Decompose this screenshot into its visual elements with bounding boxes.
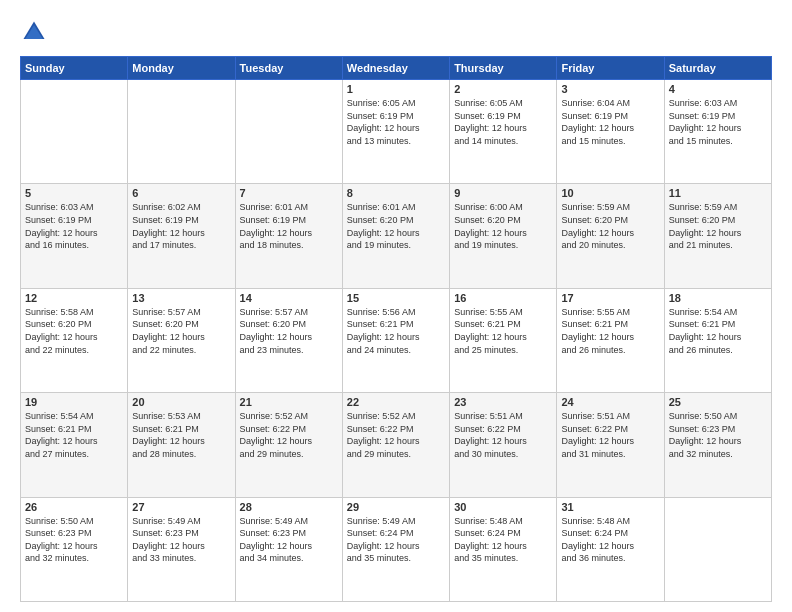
day-number: 19 (25, 396, 123, 408)
calendar-cell: 15Sunrise: 5:56 AM Sunset: 6:21 PM Dayli… (342, 288, 449, 392)
calendar-cell (21, 80, 128, 184)
day-number: 15 (347, 292, 445, 304)
day-number: 25 (669, 396, 767, 408)
page: SundayMondayTuesdayWednesdayThursdayFrid… (0, 0, 792, 612)
day-info: Sunrise: 5:59 AM Sunset: 6:20 PM Dayligh… (669, 201, 767, 251)
calendar-cell: 10Sunrise: 5:59 AM Sunset: 6:20 PM Dayli… (557, 184, 664, 288)
day-number: 6 (132, 187, 230, 199)
day-number: 10 (561, 187, 659, 199)
day-number: 4 (669, 83, 767, 95)
day-info: Sunrise: 6:00 AM Sunset: 6:20 PM Dayligh… (454, 201, 552, 251)
day-info: Sunrise: 6:05 AM Sunset: 6:19 PM Dayligh… (347, 97, 445, 147)
day-info: Sunrise: 5:49 AM Sunset: 6:23 PM Dayligh… (240, 515, 338, 565)
day-number: 18 (669, 292, 767, 304)
day-info: Sunrise: 5:49 AM Sunset: 6:24 PM Dayligh… (347, 515, 445, 565)
day-number: 29 (347, 501, 445, 513)
day-info: Sunrise: 6:03 AM Sunset: 6:19 PM Dayligh… (25, 201, 123, 251)
calendar-cell: 31Sunrise: 5:48 AM Sunset: 6:24 PM Dayli… (557, 497, 664, 601)
weekday-header-row: SundayMondayTuesdayWednesdayThursdayFrid… (21, 57, 772, 80)
day-info: Sunrise: 5:52 AM Sunset: 6:22 PM Dayligh… (347, 410, 445, 460)
day-info: Sunrise: 5:51 AM Sunset: 6:22 PM Dayligh… (561, 410, 659, 460)
day-number: 23 (454, 396, 552, 408)
calendar-cell: 23Sunrise: 5:51 AM Sunset: 6:22 PM Dayli… (450, 393, 557, 497)
calendar-cell: 30Sunrise: 5:48 AM Sunset: 6:24 PM Dayli… (450, 497, 557, 601)
day-info: Sunrise: 5:59 AM Sunset: 6:20 PM Dayligh… (561, 201, 659, 251)
calendar-cell: 2Sunrise: 6:05 AM Sunset: 6:19 PM Daylig… (450, 80, 557, 184)
weekday-header-saturday: Saturday (664, 57, 771, 80)
day-number: 12 (25, 292, 123, 304)
day-number: 11 (669, 187, 767, 199)
weekday-header-thursday: Thursday (450, 57, 557, 80)
calendar-cell: 4Sunrise: 6:03 AM Sunset: 6:19 PM Daylig… (664, 80, 771, 184)
calendar-cell (664, 497, 771, 601)
week-row-5: 26Sunrise: 5:50 AM Sunset: 6:23 PM Dayli… (21, 497, 772, 601)
calendar-cell: 28Sunrise: 5:49 AM Sunset: 6:23 PM Dayli… (235, 497, 342, 601)
day-number: 16 (454, 292, 552, 304)
day-number: 2 (454, 83, 552, 95)
day-info: Sunrise: 6:01 AM Sunset: 6:20 PM Dayligh… (347, 201, 445, 251)
calendar-cell: 7Sunrise: 6:01 AM Sunset: 6:19 PM Daylig… (235, 184, 342, 288)
calendar-cell: 21Sunrise: 5:52 AM Sunset: 6:22 PM Dayli… (235, 393, 342, 497)
calendar-cell: 14Sunrise: 5:57 AM Sunset: 6:20 PM Dayli… (235, 288, 342, 392)
calendar-cell: 22Sunrise: 5:52 AM Sunset: 6:22 PM Dayli… (342, 393, 449, 497)
day-number: 7 (240, 187, 338, 199)
day-number: 8 (347, 187, 445, 199)
calendar-cell: 20Sunrise: 5:53 AM Sunset: 6:21 PM Dayli… (128, 393, 235, 497)
day-number: 3 (561, 83, 659, 95)
calendar-cell: 29Sunrise: 5:49 AM Sunset: 6:24 PM Dayli… (342, 497, 449, 601)
day-info: Sunrise: 5:51 AM Sunset: 6:22 PM Dayligh… (454, 410, 552, 460)
day-number: 24 (561, 396, 659, 408)
day-info: Sunrise: 6:05 AM Sunset: 6:19 PM Dayligh… (454, 97, 552, 147)
calendar-cell: 5Sunrise: 6:03 AM Sunset: 6:19 PM Daylig… (21, 184, 128, 288)
logo (20, 18, 52, 46)
day-info: Sunrise: 6:02 AM Sunset: 6:19 PM Dayligh… (132, 201, 230, 251)
weekday-header-sunday: Sunday (21, 57, 128, 80)
calendar-cell: 11Sunrise: 5:59 AM Sunset: 6:20 PM Dayli… (664, 184, 771, 288)
day-info: Sunrise: 5:52 AM Sunset: 6:22 PM Dayligh… (240, 410, 338, 460)
day-number: 9 (454, 187, 552, 199)
weekday-header-friday: Friday (557, 57, 664, 80)
weekday-header-monday: Monday (128, 57, 235, 80)
day-info: Sunrise: 5:48 AM Sunset: 6:24 PM Dayligh… (561, 515, 659, 565)
day-number: 14 (240, 292, 338, 304)
calendar-cell: 24Sunrise: 5:51 AM Sunset: 6:22 PM Dayli… (557, 393, 664, 497)
calendar-cell (128, 80, 235, 184)
day-number: 26 (25, 501, 123, 513)
day-info: Sunrise: 5:53 AM Sunset: 6:21 PM Dayligh… (132, 410, 230, 460)
calendar-cell: 1Sunrise: 6:05 AM Sunset: 6:19 PM Daylig… (342, 80, 449, 184)
day-number: 21 (240, 396, 338, 408)
calendar-cell: 16Sunrise: 5:55 AM Sunset: 6:21 PM Dayli… (450, 288, 557, 392)
header (20, 18, 772, 46)
day-number: 30 (454, 501, 552, 513)
week-row-4: 19Sunrise: 5:54 AM Sunset: 6:21 PM Dayli… (21, 393, 772, 497)
calendar-cell: 17Sunrise: 5:55 AM Sunset: 6:21 PM Dayli… (557, 288, 664, 392)
day-info: Sunrise: 5:56 AM Sunset: 6:21 PM Dayligh… (347, 306, 445, 356)
week-row-3: 12Sunrise: 5:58 AM Sunset: 6:20 PM Dayli… (21, 288, 772, 392)
calendar-cell: 25Sunrise: 5:50 AM Sunset: 6:23 PM Dayli… (664, 393, 771, 497)
day-info: Sunrise: 5:57 AM Sunset: 6:20 PM Dayligh… (132, 306, 230, 356)
calendar: SundayMondayTuesdayWednesdayThursdayFrid… (20, 56, 772, 602)
day-info: Sunrise: 6:01 AM Sunset: 6:19 PM Dayligh… (240, 201, 338, 251)
day-number: 17 (561, 292, 659, 304)
day-number: 13 (132, 292, 230, 304)
weekday-header-tuesday: Tuesday (235, 57, 342, 80)
day-info: Sunrise: 5:57 AM Sunset: 6:20 PM Dayligh… (240, 306, 338, 356)
calendar-cell: 27Sunrise: 5:49 AM Sunset: 6:23 PM Dayli… (128, 497, 235, 601)
day-info: Sunrise: 5:50 AM Sunset: 6:23 PM Dayligh… (669, 410, 767, 460)
calendar-cell: 13Sunrise: 5:57 AM Sunset: 6:20 PM Dayli… (128, 288, 235, 392)
calendar-cell: 9Sunrise: 6:00 AM Sunset: 6:20 PM Daylig… (450, 184, 557, 288)
day-info: Sunrise: 5:50 AM Sunset: 6:23 PM Dayligh… (25, 515, 123, 565)
day-number: 27 (132, 501, 230, 513)
calendar-cell: 19Sunrise: 5:54 AM Sunset: 6:21 PM Dayli… (21, 393, 128, 497)
day-info: Sunrise: 5:55 AM Sunset: 6:21 PM Dayligh… (454, 306, 552, 356)
day-info: Sunrise: 6:03 AM Sunset: 6:19 PM Dayligh… (669, 97, 767, 147)
day-info: Sunrise: 5:54 AM Sunset: 6:21 PM Dayligh… (669, 306, 767, 356)
calendar-cell (235, 80, 342, 184)
day-info: Sunrise: 5:55 AM Sunset: 6:21 PM Dayligh… (561, 306, 659, 356)
day-number: 5 (25, 187, 123, 199)
calendar-cell: 18Sunrise: 5:54 AM Sunset: 6:21 PM Dayli… (664, 288, 771, 392)
day-info: Sunrise: 5:54 AM Sunset: 6:21 PM Dayligh… (25, 410, 123, 460)
day-info: Sunrise: 6:04 AM Sunset: 6:19 PM Dayligh… (561, 97, 659, 147)
calendar-cell: 6Sunrise: 6:02 AM Sunset: 6:19 PM Daylig… (128, 184, 235, 288)
calendar-cell: 3Sunrise: 6:04 AM Sunset: 6:19 PM Daylig… (557, 80, 664, 184)
